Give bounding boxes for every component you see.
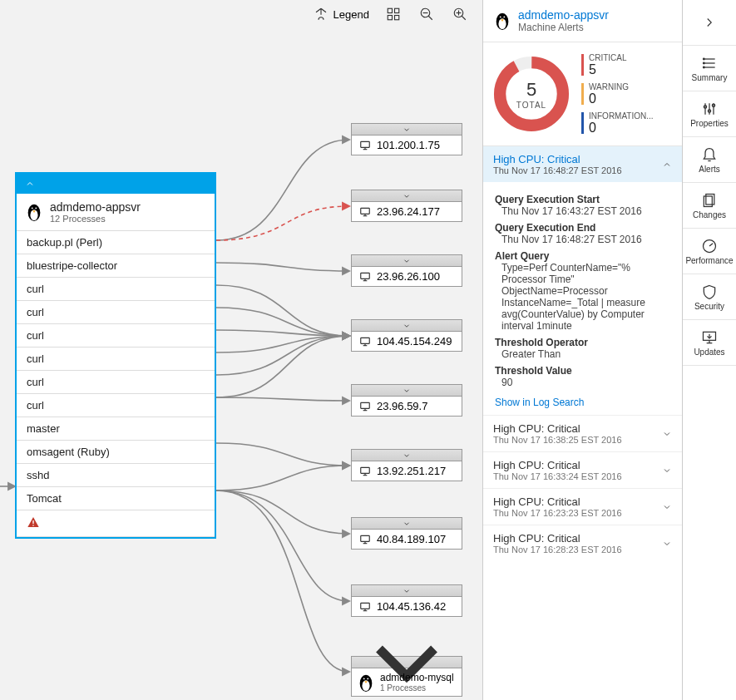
alert-date: Thu Nov 17 16:48:27 EST 2016: [493, 165, 622, 175]
linux-icon: [25, 202, 43, 222]
fit-to-screen-button[interactable]: [384, 5, 403, 23]
alert-date: Thu Nov 17 16:23:23 EST 2016: [493, 508, 622, 518]
canvas-toolbar: Legend: [314, 2, 482, 27]
svg-point-48: [503, 17, 505, 18]
chevron-down-icon: [403, 257, 411, 265]
target-expand[interactable]: [352, 320, 462, 332]
zoom-out-icon: [419, 7, 434, 22]
card-collapse-bar[interactable]: [17, 174, 215, 194]
target-expand[interactable]: [352, 190, 462, 202]
alert-field-value: Thu Nov 17 16:43:27 EST 2016: [495, 205, 670, 217]
target-ip: 23.96.26.100: [377, 270, 440, 283]
alert-triangle-icon: [27, 515, 40, 529]
target-node[interactable]: 23.96.24.177: [351, 190, 462, 222]
target-node[interactable]: 13.92.251.217: [351, 449, 462, 481]
process-row[interactable]: backup.pl (Perl): [17, 230, 215, 254]
process-row[interactable]: sshd: [17, 463, 215, 486]
process-row[interactable]: bluestripe-collector: [17, 254, 215, 277]
process-row[interactable]: curl: [17, 370, 215, 393]
target-expand[interactable]: [352, 124, 462, 136]
side-rail: SummaryPropertiesAlertsChangesPerformanc…: [682, 0, 736, 700]
alert-title: High CPU: Critical: [493, 422, 622, 435]
chevron-down-icon: [662, 429, 672, 439]
alert-field-key: Query Execution End: [495, 222, 670, 234]
zoom-out-button[interactable]: [417, 5, 436, 23]
critical-swatch: [581, 54, 584, 76]
process-row[interactable]: Tomcat: [17, 486, 215, 510]
rail-security[interactable]: Security: [683, 274, 736, 320]
target-ip: 40.84.189.107: [377, 533, 446, 545]
rail-performance[interactable]: Performance: [683, 229, 736, 274]
process-row[interactable]: omsagent (Ruby): [17, 440, 215, 463]
warning-swatch: [581, 83, 584, 105]
target-name: admdemo-mysql: [380, 672, 454, 683]
alert-row[interactable]: High CPU: CriticalThu Nov 17 16:23:23 ES…: [483, 488, 682, 525]
target-node-mysql[interactable]: admdemo-mysql1 Processes: [351, 656, 462, 697]
target-expand[interactable]: [352, 518, 462, 530]
process-row[interactable]: curl: [17, 300, 215, 323]
rail-alerts[interactable]: Alerts: [683, 137, 736, 183]
svg-rect-15: [32, 520, 33, 524]
panel-subtitle: Machine Alerts: [518, 22, 609, 33]
target-node[interactable]: 101.200.1.75: [351, 123, 462, 155]
svg-point-47: [500, 17, 501, 18]
target-expand[interactable]: [352, 385, 462, 397]
target-node[interactable]: 104.45.154.249: [351, 319, 462, 352]
card-title-row: admdemo-appsvr 12 Processes: [17, 194, 215, 230]
rail-changes[interactable]: Changes: [683, 183, 736, 229]
target-expand[interactable]: [352, 585, 462, 597]
monitor-icon: [358, 534, 372, 545]
target-expand[interactable]: [352, 450, 462, 461]
target-node[interactable]: 23.96.26.100: [351, 254, 462, 287]
alert-title: High CPU: Critical: [493, 153, 622, 165]
panel-header: admdemo-appsvr Machine Alerts: [483, 0, 682, 42]
monitor-icon: [358, 336, 372, 348]
legend-button[interactable]: Legend: [314, 7, 369, 22]
machine-card-appsvr[interactable]: admdemo-appsvr 12 Processes backup.pl (P…: [15, 172, 216, 539]
alert-field-key: Threshold Value: [495, 365, 670, 377]
process-row[interactable]: curl: [17, 347, 215, 370]
alert-row[interactable]: High CPU: CriticalThu Nov 17 16:28:23 ES…: [483, 525, 682, 561]
alert-expanded-header[interactable]: High CPU: Critical Thu Nov 17 16:48:27 E…: [483, 146, 682, 182]
target-ip: 104.45.154.249: [377, 335, 452, 348]
rail-summary[interactable]: Summary: [683, 46, 736, 91]
topology-canvas[interactable]: Legend admdemo-appsvr 12 Processes backu…: [0, 0, 482, 700]
process-row[interactable]: curl: [17, 323, 215, 347]
target-ip: 13.92.251.217: [377, 465, 446, 477]
zoom-in-button[interactable]: [451, 5, 469, 23]
info-swatch: [581, 112, 584, 134]
alert-row[interactable]: High CPU: CriticalThu Nov 17 16:33:24 ES…: [483, 451, 682, 488]
chevron-down-icon: [662, 502, 672, 512]
process-row[interactable]: curl: [17, 393, 215, 417]
rail-expand[interactable]: [683, 0, 736, 46]
process-row[interactable]: curl: [17, 277, 215, 300]
svg-point-54: [704, 58, 705, 60]
alert-field-key: Threshold Operator: [495, 337, 670, 348]
target-node[interactable]: 23.96.59.7: [351, 384, 462, 417]
donut-total: 5: [526, 79, 536, 101]
target-node[interactable]: 40.84.189.107: [351, 517, 462, 550]
chevron-down-icon: [403, 387, 411, 395]
target-expand[interactable]: [352, 255, 462, 267]
svg-rect-35: [361, 535, 370, 541]
critical-value: 5: [589, 62, 627, 77]
monitor-icon: [358, 271, 372, 283]
alert-row[interactable]: High CPU: CriticalThu Nov 17 16:38:25 ES…: [483, 415, 682, 451]
chevron-up-icon: [25, 179, 35, 189]
zoom-in-icon: [452, 7, 467, 22]
show-in-log-search-link[interactable]: Show in Log Search: [495, 397, 584, 408]
svg-rect-26: [361, 338, 370, 343]
linux-icon: [493, 11, 511, 31]
alert-field-value: Thu Nov 17 16:48:27 EST 2016: [495, 234, 670, 245]
process-row[interactable]: master: [17, 417, 215, 440]
alert-indicator[interactable]: [17, 510, 215, 537]
target-expand[interactable]: [352, 657, 462, 668]
alert-field-value: Type=Perf CounterName="% Processor Time"…: [495, 262, 670, 332]
rail-updates[interactable]: Updates: [683, 320, 736, 366]
svg-point-56: [704, 67, 705, 68]
target-ip: 23.96.59.7: [377, 400, 427, 412]
monitor-icon: [358, 206, 372, 218]
monitor-down-icon: [701, 329, 718, 346]
svg-rect-3: [395, 16, 399, 20]
rail-properties[interactable]: Properties: [683, 91, 736, 137]
